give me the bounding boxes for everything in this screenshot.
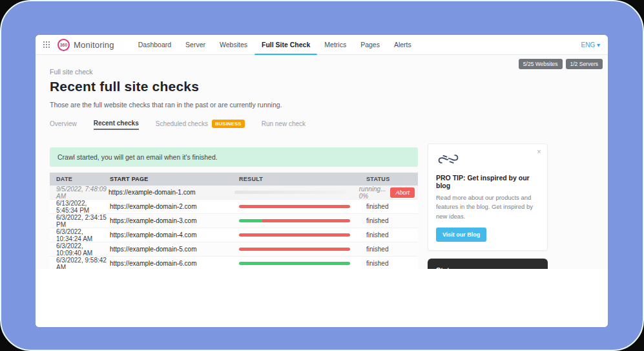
- usage-badges: 5/25 Websites1/2 Servers: [519, 59, 603, 69]
- table-row: 6/3/2022, 2:34:15 PMhttps://example-doma…: [50, 214, 418, 228]
- check-start-page: https://example-domain-5.com: [110, 246, 239, 253]
- check-start-page: https://example-domain-2.com: [110, 203, 239, 210]
- check-start-page: https://example-domain-1.com: [109, 189, 234, 196]
- check-status: finished: [366, 217, 418, 224]
- result-bar: [234, 191, 346, 194]
- app-window: 360 Monitoring DashboardServerWebsitesFu…: [36, 35, 608, 327]
- tab-label: Scheduled checks: [156, 120, 208, 127]
- nav-item-full-site-check[interactable]: Full Site Check: [254, 35, 317, 54]
- check-status: finished: [366, 260, 418, 267]
- result-bar: [239, 233, 350, 237]
- result-bar-segment: [262, 219, 350, 222]
- check-result: [239, 233, 366, 237]
- check-status: running... 0%Abort: [359, 186, 418, 200]
- content-area: 5/25 Websites1/2 Servers Full site check…: [36, 55, 608, 327]
- result-bar-segment: [239, 262, 350, 265]
- screenshot-cutoff: [36, 269, 608, 327]
- nav-item-websites[interactable]: Websites: [213, 35, 254, 54]
- business-badge: BUSINESS: [212, 120, 245, 128]
- language-selector[interactable]: ENG ▾: [581, 41, 600, 48]
- result-bar: [239, 219, 350, 222]
- nav-item-metrics[interactable]: Metrics: [317, 35, 353, 54]
- tab-overview[interactable]: Overview: [50, 120, 77, 129]
- result-bar: [239, 262, 350, 265]
- status-text: running... 0%: [359, 186, 386, 200]
- protip-title: PRO TIP: Get inspired by our blog: [436, 174, 539, 189]
- top-navbar: 360 Monitoring DashboardServerWebsitesFu…: [36, 35, 608, 55]
- app-grid-icon[interactable]: [43, 41, 50, 48]
- check-result: [239, 205, 366, 208]
- check-date: 6/13/2022, 5:45:34 PM: [50, 200, 110, 214]
- check-start-page: https://example-domain-3.com: [110, 217, 239, 224]
- brand-360-icon: 360: [57, 39, 70, 51]
- table-body: 9/5/2022, 7:48:09 AMhttps://example-doma…: [50, 186, 418, 271]
- main-column: Full site check Recent full site checks …: [50, 55, 418, 271]
- page-title: Recent full site checks: [50, 79, 418, 94]
- result-bar-segment: [239, 233, 350, 237]
- tab-scheduled-checks[interactable]: Scheduled checksBUSINESS: [156, 120, 245, 130]
- check-result: [239, 219, 366, 222]
- table-row: 6/3/2022, 10:34:24 AMhttps://example-dom…: [50, 228, 418, 242]
- tab-label: Run new check: [262, 120, 306, 127]
- breadcrumb: Full site check: [50, 68, 418, 76]
- column-header: START PAGE: [110, 176, 239, 182]
- result-bar-segment: [239, 219, 262, 222]
- check-start-page: https://example-domain-4.com: [110, 231, 239, 239]
- usage-badge[interactable]: 1/2 Servers: [566, 59, 603, 69]
- tab-label: Overview: [50, 120, 77, 127]
- table-row: 6/3/2022, 10:09:40 AMhttps://example-dom…: [50, 242, 418, 257]
- abort-button[interactable]: Abort: [390, 187, 415, 198]
- table-row: 9/5/2022, 7:48:09 AMhttps://example-doma…: [50, 186, 418, 200]
- tab-label: Recent checks: [94, 120, 139, 127]
- close-icon[interactable]: ×: [537, 148, 541, 156]
- brand-logo[interactable]: 360 Monitoring: [57, 39, 114, 51]
- result-bar: [239, 248, 350, 251]
- main-nav: DashboardServerWebsitesFull Site CheckMe…: [131, 35, 419, 54]
- result-bar-segment: [239, 205, 350, 208]
- result-bar: [239, 205, 350, 208]
- handshake-icon: [436, 152, 461, 166]
- check-date: 6/3/2022, 10:09:40 AM: [50, 242, 110, 257]
- check-date: 6/3/2022, 2:34:15 PM: [50, 214, 110, 228]
- tab-run-new-check[interactable]: Run new check: [262, 120, 306, 129]
- status-text: finished: [366, 260, 388, 267]
- chevron-down-icon: ▾: [597, 41, 600, 48]
- check-start-page: https://example-domain-6.com: [110, 260, 239, 267]
- success-banner: Crawl started, you will get an email whe…: [50, 147, 418, 167]
- nav-item-alerts[interactable]: Alerts: [387, 35, 419, 54]
- tab-recent-checks[interactable]: Recent checks: [94, 120, 139, 130]
- brand-name: Monitoring: [74, 40, 114, 50]
- visit-blog-button[interactable]: Visit our Blog: [436, 228, 486, 242]
- check-status: finished: [366, 231, 418, 239]
- check-status: finished: [366, 246, 418, 253]
- check-result: [239, 248, 366, 251]
- result-bar-segment: [239, 248, 350, 251]
- nav-item-pages[interactable]: Pages: [353, 35, 387, 54]
- check-result: [234, 191, 358, 194]
- status-text: finished: [366, 231, 388, 239]
- column-header: DATE: [50, 176, 110, 182]
- usage-badge[interactable]: 5/25 Websites: [519, 59, 563, 69]
- check-date: 6/3/2022, 10:34:24 AM: [50, 228, 110, 242]
- language-label: ENG: [581, 41, 596, 48]
- check-status: finished: [366, 203, 418, 210]
- checks-table: DATESTART PAGERESULTSTATUS 9/5/2022, 7:4…: [50, 173, 418, 271]
- table-header-row: DATESTART PAGERESULTSTATUS: [50, 173, 418, 186]
- protip-body: Read more about our products and feature…: [436, 193, 539, 221]
- column-header: RESULT: [239, 176, 366, 182]
- status-text: finished: [366, 217, 388, 224]
- nav-item-dashboard[interactable]: Dashboard: [131, 35, 178, 54]
- table-row: 6/13/2022, 5:45:34 PMhttps://example-dom…: [50, 200, 418, 214]
- column-header: STATUS: [366, 176, 418, 182]
- page-description: Those are the full website checks that r…: [50, 101, 418, 109]
- status-text: finished: [366, 246, 388, 253]
- nav-item-server[interactable]: Server: [178, 35, 213, 54]
- protip-card: × PRO TIP: Get inspired by our blog Read…: [428, 144, 548, 251]
- tab-bar: OverviewRecent checksScheduled checksBUS…: [50, 120, 418, 130]
- check-result: [239, 262, 366, 265]
- check-date: 9/5/2022, 7:48:09 AM: [50, 186, 109, 200]
- status-text: finished: [366, 203, 388, 210]
